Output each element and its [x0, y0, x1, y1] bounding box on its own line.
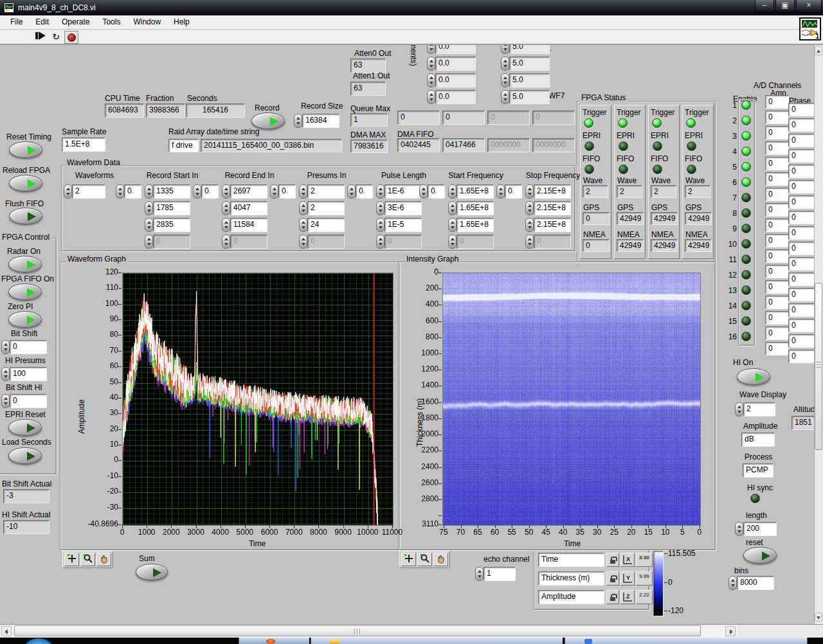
ad-phase-field[interactable]: 0 [788, 103, 817, 116]
ad-enable-led[interactable] [741, 270, 751, 280]
menu-file[interactable]: File [4, 15, 29, 29]
hi-on-toggle[interactable] [737, 368, 770, 385]
start-frequency-field[interactable]: 1.65E+8 [457, 218, 494, 232]
presums-in-field[interactable]: 2 [307, 201, 345, 215]
bins-field[interactable]: 8000 [737, 576, 774, 590]
pulse-length-stepper[interactable] [376, 184, 384, 199]
ad-phase-field[interactable]: 0 [788, 211, 817, 224]
stop-frequency-stepper[interactable] [525, 218, 534, 232]
ad-amp-field[interactable]: 0 [765, 141, 789, 155]
ad-amp-field[interactable]: 0 [765, 95, 789, 109]
minimize-button[interactable]: – [755, 0, 774, 13]
fpga-fifo-on-toggle[interactable] [8, 283, 42, 300]
ad-enable-led[interactable] [741, 147, 751, 156]
wf-step-stepper[interactable] [427, 90, 435, 104]
ad-amp-field[interactable]: 0 [765, 326, 789, 340]
record-start-in-field[interactable]: 1785 [153, 201, 190, 215]
taskbar-button[interactable] [565, 638, 808, 644]
flush-fifo-toggle[interactable] [9, 208, 42, 224]
intensity-plot-canvas[interactable] [442, 273, 701, 526]
restore-button[interactable]: ▣ [775, 0, 795, 13]
ad-phase-field[interactable]: 0 [788, 334, 817, 348]
ad-phase-field[interactable]: 0 [788, 288, 817, 301]
length-stepper[interactable] [735, 522, 743, 536]
waveform-zoom-tool[interactable] [80, 553, 95, 566]
echo-channel-field[interactable]: 1 [484, 567, 516, 581]
start-frequency-index-stepper[interactable] [419, 184, 428, 199]
stop-frequency-stepper[interactable] [525, 184, 534, 199]
ad-phase-field[interactable]: 0 [788, 319, 817, 332]
reload-fpga-toggle[interactable] [9, 175, 42, 192]
stop-frequency-index-stepper[interactable] [496, 184, 505, 199]
axis-lock-button-z[interactable] [606, 590, 619, 604]
record-start-in-field[interactable]: 1335 [153, 184, 190, 199]
wf-amp-stepper[interactable] [501, 90, 509, 104]
zero-pi-toggle[interactable] [8, 311, 42, 328]
axis-select-button-x[interactable]: X [620, 553, 635, 567]
ad-amp-field[interactable]: 0 [765, 126, 789, 139]
run-continuous-button[interactable]: ↻ [49, 31, 63, 44]
start-frequency-stepper[interactable] [448, 184, 457, 199]
ad-phase-field[interactable]: 0 [788, 134, 817, 147]
pulse-length-stepper[interactable] [376, 218, 384, 232]
ad-enable-led[interactable] [741, 208, 751, 218]
scroll-down-arrow[interactable] [815, 613, 822, 622]
menu-tools[interactable]: Tools [96, 15, 127, 29]
record-start-in-stepper[interactable] [145, 218, 153, 232]
stop-frequency-field[interactable]: 2.15E+8 [534, 184, 571, 199]
record-start-in-stepper[interactable] [145, 184, 153, 199]
intensity-crosshair-tool[interactable] [401, 553, 416, 566]
record-end-in-index-field[interactable]: 0 [201, 184, 219, 199]
intensity-pan-tool[interactable] [433, 553, 448, 566]
axis-name-field-z[interactable]: Amplitude [538, 590, 604, 604]
menu-operate[interactable]: Operate [55, 15, 96, 29]
ad-amp-field[interactable]: 0 [765, 157, 789, 170]
sum-toggle[interactable] [136, 564, 168, 580]
presums-in-field[interactable]: 24 [307, 218, 345, 232]
hi-presums-field[interactable]: 100 [10, 367, 47, 381]
waveform-crosshair-tool[interactable] [64, 553, 79, 566]
record-end-in-index-stepper[interactable] [193, 184, 201, 199]
bins-stepper[interactable] [728, 576, 737, 590]
presums-in-stepper[interactable] [299, 201, 307, 215]
scroll-right-arrow[interactable] [725, 626, 736, 636]
record-end-in-field[interactable]: 2697 [230, 184, 267, 199]
wf-step-field[interactable]: 0.0 [435, 90, 476, 104]
start-frequency-stepper[interactable] [448, 235, 457, 249]
record-end-in-stepper[interactable] [222, 218, 230, 232]
radar-on-toggle[interactable] [8, 256, 42, 273]
wf-amp-stepper[interactable] [501, 57, 509, 71]
wf-step-field[interactable]: 0.0 [435, 73, 476, 87]
waveform-pan-tool[interactable] [96, 553, 111, 566]
start-frequency-field[interactable]: 1.65E+8 [457, 184, 494, 199]
ad-enable-led[interactable] [741, 162, 751, 172]
ad-enable-led[interactable] [741, 316, 751, 326]
presums-in-stepper[interactable] [299, 235, 307, 249]
axis-select-button-z[interactable]: Z [620, 590, 635, 604]
axis-format-button-y[interactable]: 9.99 [636, 571, 653, 586]
amplitude-units-field[interactable]: dB [741, 433, 775, 447]
record-size-field[interactable]: 16384 [302, 114, 339, 128]
ad-phase-field[interactable]: 0 [788, 226, 817, 240]
ad-enable-led[interactable] [741, 131, 751, 141]
stop-frequency-field[interactable]: 2.15E+8 [534, 201, 571, 215]
menu-help[interactable]: Help [167, 15, 196, 29]
scroll-left-arrow[interactable] [1, 626, 12, 636]
record-start-in-stepper[interactable] [145, 235, 153, 249]
axis-name-field-y[interactable]: Thickness (m) [538, 571, 604, 586]
pulse-length-index-field[interactable]: 0 [356, 184, 373, 199]
record-size-stepper[interactable] [294, 114, 302, 128]
record-start-in-index-field[interactable]: 0 [124, 184, 141, 199]
wf-amp-field[interactable]: 5.0 [509, 73, 550, 87]
pulse-length-index-stepper[interactable] [347, 184, 356, 199]
ad-enable-led[interactable] [741, 239, 751, 249]
ad-amp-field[interactable]: 0 [765, 172, 789, 186]
ad-phase-field[interactable]: 0 [788, 273, 817, 286]
start-frequency-field[interactable]: 1.65E+8 [457, 201, 494, 215]
presums-in-stepper[interactable] [299, 218, 307, 232]
start-frequency-stepper[interactable] [448, 201, 457, 215]
reset-toggle[interactable] [743, 547, 777, 564]
bit-shift-stepper[interactable] [1, 340, 10, 354]
ad-enable-led[interactable] [741, 301, 751, 310]
ad-amp-field[interactable]: 0 [765, 111, 789, 124]
